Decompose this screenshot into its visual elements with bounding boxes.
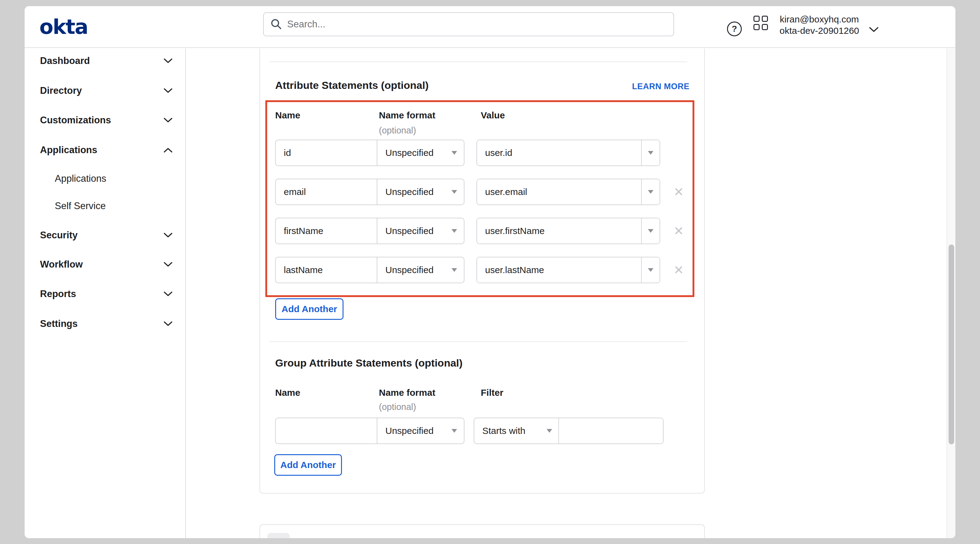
chevron-down-icon	[163, 117, 173, 123]
sidebar-nav: Dashboard Directory Customizations Appli…	[25, 49, 186, 538]
next-section-card	[259, 524, 705, 538]
select-caret-icon	[648, 268, 654, 272]
attribute-name-input[interactable]	[275, 140, 377, 166]
select-caret-icon	[547, 429, 552, 433]
name-format-select[interactable]: Unspecified	[377, 140, 465, 166]
sidebar-item-directory[interactable]: Directory	[25, 81, 185, 100]
value-dropdown-button[interactable]	[641, 257, 660, 282]
group-attribute-statements-title: Group Attribute Statements (optional)	[275, 357, 463, 369]
attribute-name-input[interactable]	[275, 218, 377, 244]
scrollbar-track[interactable]	[947, 49, 955, 538]
select-caret-icon	[452, 151, 457, 155]
column-header-name-format: Name format	[379, 387, 435, 398]
sidebar-subitem-applications[interactable]: Applications	[25, 170, 185, 188]
select-caret-icon	[452, 268, 457, 272]
chevron-down-icon	[163, 58, 173, 64]
chevron-down-icon	[163, 88, 173, 94]
attribute-name-input[interactable]	[275, 179, 377, 205]
name-format-select[interactable]: Unspecified	[377, 218, 465, 244]
name-format-optional-note: (optional)	[379, 125, 416, 136]
learn-more-link[interactable]: LEARN MORE	[632, 82, 690, 91]
search-input[interactable]	[287, 19, 667, 30]
account-menu[interactable]: kiran@boxyhq.com okta-dev-20901260	[776, 14, 862, 36]
sidebar-item-dashboard[interactable]: Dashboard	[25, 52, 185, 70]
select-caret-icon	[648, 190, 654, 194]
select-caret-icon	[452, 429, 457, 433]
attribute-value-combobox	[476, 140, 660, 166]
filter-value-input[interactable]	[559, 418, 663, 443]
delete-row-icon[interactable]: ✕	[671, 257, 686, 283]
attribute-value-combobox	[476, 218, 660, 244]
app-switcher-icon[interactable]	[754, 16, 768, 30]
attribute-statement-row: Unspecified ✕	[275, 140, 694, 166]
attribute-value-input[interactable]	[477, 218, 641, 244]
help-glyph: ?	[732, 24, 737, 34]
name-format-select[interactable]: Unspecified	[377, 257, 465, 283]
attribute-value-combobox	[476, 257, 660, 283]
sidebar-item-reports[interactable]: Reports	[25, 285, 185, 303]
group-attribute-name-input[interactable]	[275, 418, 377, 444]
sidebar-item-workflow[interactable]: Workflow	[25, 255, 185, 274]
account-chevron-down-icon[interactable]	[868, 26, 880, 33]
chevron-up-icon	[163, 147, 173, 153]
saml-settings-card: Attribute Statements (optional) LEARN MO…	[259, 49, 705, 493]
section-icon-placeholder	[267, 533, 290, 538]
global-search-field[interactable]	[263, 12, 674, 36]
user-email: kiran@boxyhq.com	[780, 14, 859, 25]
chevron-down-icon	[163, 321, 173, 327]
scrollbar-thumb[interactable]	[948, 244, 954, 444]
column-header-value: Value	[481, 110, 505, 121]
delete-row-icon[interactable]: ✕	[671, 218, 686, 244]
column-header-name-format: Name format	[379, 110, 435, 121]
select-caret-icon	[648, 229, 654, 233]
sidebar-item-settings[interactable]: Settings	[25, 315, 185, 333]
attribute-statement-rows: Unspecified ✕ Unspecified ✕ Unspecified	[275, 140, 694, 296]
group-attribute-statement-row: Unspecified Starts with	[275, 418, 694, 444]
attribute-name-input[interactable]	[275, 257, 377, 283]
attribute-statement-row: Unspecified ✕	[275, 179, 694, 205]
attribute-statements-title: Attribute Statements (optional)	[275, 79, 429, 91]
attribute-value-combobox	[476, 179, 660, 205]
org-name: okta-dev-20901260	[780, 25, 859, 36]
column-header-name: Name	[275, 110, 301, 121]
chevron-down-icon	[163, 262, 173, 268]
search-icon	[270, 19, 282, 30]
section-divider	[269, 341, 687, 342]
okta-logo[interactable]: okta	[40, 16, 88, 38]
column-header-name: Name	[275, 387, 301, 398]
column-header-filter: Filter	[481, 387, 503, 398]
value-dropdown-button[interactable]	[641, 140, 660, 165]
select-caret-icon	[452, 229, 457, 233]
add-another-group-attribute-button[interactable]: Add Another	[274, 454, 342, 476]
chevron-down-icon	[163, 291, 173, 297]
sidebar-subitem-self-service[interactable]: Self Service	[25, 197, 185, 215]
group-filter-combo: Starts with	[474, 418, 663, 444]
name-format-select[interactable]: Unspecified	[377, 179, 465, 205]
attribute-value-input[interactable]	[477, 140, 641, 165]
attribute-statement-row: Unspecified ✕	[275, 257, 694, 283]
name-format-optional-note: (optional)	[379, 402, 416, 412]
sidebar-item-security[interactable]: Security	[25, 226, 185, 244]
section-divider	[269, 62, 687, 62]
delete-row-icon[interactable]: ✕	[671, 179, 686, 205]
filter-type-select[interactable]: Starts with	[474, 418, 559, 443]
value-dropdown-button[interactable]	[641, 179, 660, 205]
select-caret-icon	[452, 190, 457, 194]
attribute-statement-row: Unspecified ✕	[275, 218, 694, 244]
chevron-down-icon	[163, 232, 173, 238]
attribute-value-input[interactable]	[477, 257, 641, 282]
top-bar: okta ? kiran@boxyhq.com okta-dev-2090126…	[25, 6, 955, 48]
group-name-format-select[interactable]: Unspecified	[377, 418, 465, 444]
select-caret-icon	[648, 151, 654, 155]
okta-admin-window: okta ? kiran@boxyhq.com okta-dev-2090126…	[25, 6, 955, 538]
value-dropdown-button[interactable]	[641, 218, 660, 244]
sidebar-item-customizations[interactable]: Customizations	[25, 111, 185, 130]
help-icon[interactable]: ?	[727, 22, 742, 36]
main-content: Attribute Statements (optional) LEARN MO…	[186, 49, 955, 538]
sidebar-item-applications[interactable]: Applications	[25, 141, 185, 159]
attribute-value-input[interactable]	[477, 179, 641, 205]
add-another-attribute-button[interactable]: Add Another	[275, 298, 344, 320]
